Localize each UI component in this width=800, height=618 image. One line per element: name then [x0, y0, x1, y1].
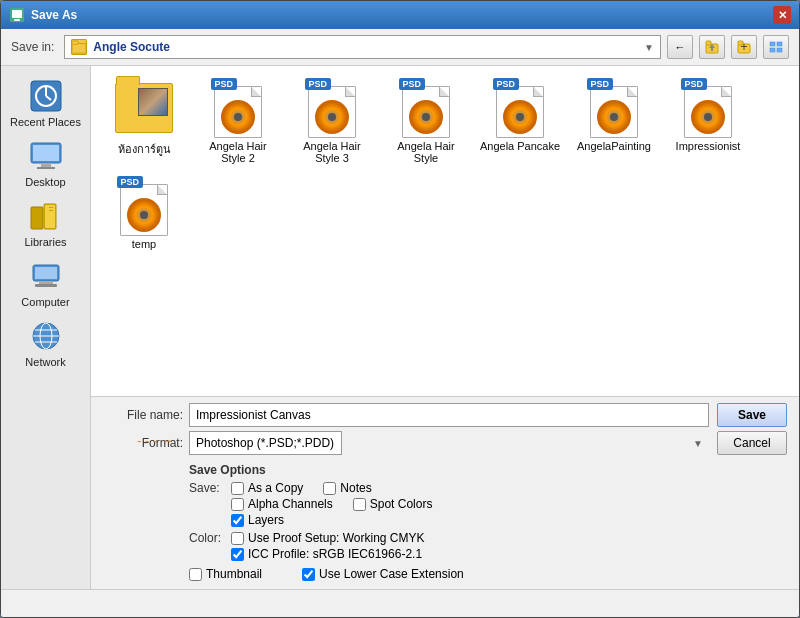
save-options-row3: Layers [231, 513, 432, 527]
layers-check: Layers [231, 513, 284, 527]
notes-checkbox[interactable] [323, 482, 336, 495]
sidebar-item-network[interactable]: Network [6, 314, 86, 372]
close-button[interactable]: ✕ [773, 6, 791, 24]
folder-file-icon [114, 78, 174, 138]
network-icon [28, 318, 64, 354]
as-copy-check: As a Copy [231, 481, 303, 495]
icc-profile-checkbox[interactable] [231, 548, 244, 561]
up-folder-icon [705, 40, 719, 54]
bottom-panel: File name: Format: - - - → Photoshop (*.… [91, 396, 799, 589]
file-item[interactable]: ห้องการ์ตูน [99, 74, 189, 168]
svg-rect-10 [770, 42, 775, 46]
up-button[interactable] [699, 35, 725, 59]
sidebar-item-libraries[interactable]: Libraries [6, 194, 86, 252]
file-name: Angela Hair Style 3 [291, 140, 373, 164]
save-in-label: Save in: [11, 40, 54, 54]
notes-check: Notes [323, 481, 371, 495]
thumbnail-checkbox[interactable] [189, 568, 202, 581]
file-area: ห้องการ์ตูน PSD Angela Hair Style 2 [91, 66, 799, 589]
svg-rect-11 [777, 42, 782, 46]
use-proof-label: Use Proof Setup: Working CMYK [248, 531, 425, 545]
psd-file-icon: PSD [396, 78, 456, 138]
svg-rect-28 [35, 267, 57, 279]
save-label: Save: [189, 481, 231, 495]
dropdown-arrow-icon: ▼ [644, 42, 654, 53]
save-options-row1: As a Copy Notes [231, 481, 432, 495]
save-in-dropdown[interactable]: Angle Socute ▼ [64, 35, 661, 59]
format-select-wrapper: - - - → Photoshop (*.PSD;*.PDD) ▼ [189, 431, 709, 455]
psd-file-icon: PSD [490, 78, 550, 138]
file-name: Angela Pancake [480, 140, 560, 152]
svg-rect-13 [777, 48, 782, 52]
alpha-channels-label: Alpha Channels [248, 497, 333, 511]
icc-profile-check: ICC Profile: sRGB IEC61966-2.1 [231, 547, 425, 561]
file-item[interactable]: PSD Angela Hair Style [381, 74, 471, 168]
file-name: Angela Hair Style [385, 140, 467, 164]
thumbnail-row: Thumbnail Use Lower Case Extension [189, 567, 787, 581]
save-button[interactable]: Save [717, 403, 787, 427]
file-item[interactable]: PSD AngelaPainting [569, 74, 659, 168]
folder-icon [71, 39, 87, 55]
layers-checkbox[interactable] [231, 514, 244, 527]
notes-label: Notes [340, 481, 371, 495]
lower-case-checkbox[interactable] [302, 568, 315, 581]
file-browser[interactable]: ห้องการ์ตูน PSD Angela Hair Style 2 [91, 66, 799, 396]
new-folder-button[interactable]: + [731, 35, 757, 59]
sidebar-item-desktop[interactable]: Desktop [6, 134, 86, 192]
select-arrow-icon: ▼ [693, 438, 703, 449]
save-in-value: Angle Socute [93, 40, 638, 54]
main-area: Recent Places Desktop [1, 66, 799, 589]
svg-text:+: + [740, 40, 747, 54]
color-section: Color: Use Proof Setup: Working CMYK ICC… [189, 531, 787, 561]
psd-file-icon: PSD [302, 78, 362, 138]
use-proof-check: Use Proof Setup: Working CMYK [231, 531, 425, 545]
psd-file-icon: PSD [208, 78, 268, 138]
psd-file-icon: PSD [584, 78, 644, 138]
save-options-title: Save Options [189, 463, 787, 477]
sidebar-item-label: Desktop [25, 176, 65, 188]
computer-icon [28, 258, 64, 294]
title-bar: Save As ✕ [1, 1, 799, 29]
file-item[interactable]: PSD Angela Pancake [475, 74, 565, 168]
save-options-checkboxes: As a Copy Notes Alpha Channe [231, 481, 432, 527]
save-options-row2: Alpha Channels Spot Colors [231, 497, 432, 511]
view-icon [769, 40, 783, 54]
sidebar-item-recent-places[interactable]: Recent Places [6, 74, 86, 132]
thumbnail-check: Thumbnail [189, 567, 262, 581]
cancel-button[interactable]: Cancel [717, 431, 787, 455]
sidebar-item-computer[interactable]: Computer [6, 254, 86, 312]
as-copy-checkbox[interactable] [231, 482, 244, 495]
filename-input[interactable] [189, 403, 709, 427]
as-copy-label: As a Copy [248, 481, 303, 495]
view-button[interactable] [763, 35, 789, 59]
file-item[interactable]: PSD temp [99, 172, 189, 254]
sidebar-item-label: Libraries [24, 236, 66, 248]
format-select[interactable]: Photoshop (*.PSD;*.PDD) [189, 431, 342, 455]
use-proof-checkbox[interactable] [231, 532, 244, 545]
svg-rect-25 [49, 207, 53, 208]
status-bar [1, 589, 799, 617]
spot-colors-checkbox[interactable] [353, 498, 366, 511]
file-item[interactable]: PSD Impressionist [663, 74, 753, 168]
svg-rect-12 [770, 48, 775, 52]
save-options: Save Options Save: As a Copy [103, 459, 787, 583]
lower-case-check: Use Lower Case Extension [302, 567, 464, 581]
alpha-channels-checkbox[interactable] [231, 498, 244, 511]
dialog-title: Save As [31, 8, 77, 22]
save-checkboxes: Save: As a Copy Notes [189, 481, 787, 527]
svg-rect-3 [72, 44, 86, 54]
color-label: Color: [189, 531, 231, 545]
svg-rect-22 [31, 207, 43, 229]
svg-rect-24 [45, 205, 55, 228]
sidebar: Recent Places Desktop [1, 66, 91, 589]
file-item[interactable]: PSD Angela Hair Style 2 [193, 74, 283, 168]
new-folder-icon: + [737, 40, 751, 54]
back-button[interactable]: ← [667, 35, 693, 59]
file-name: AngelaPainting [577, 140, 651, 152]
file-item[interactable]: PSD Angela Hair Style 3 [287, 74, 377, 168]
svg-rect-20 [41, 163, 51, 167]
svg-rect-21 [37, 167, 55, 169]
file-name: Angela Hair Style 2 [197, 140, 279, 164]
svg-rect-1 [12, 10, 22, 18]
recent-places-icon [28, 78, 64, 114]
